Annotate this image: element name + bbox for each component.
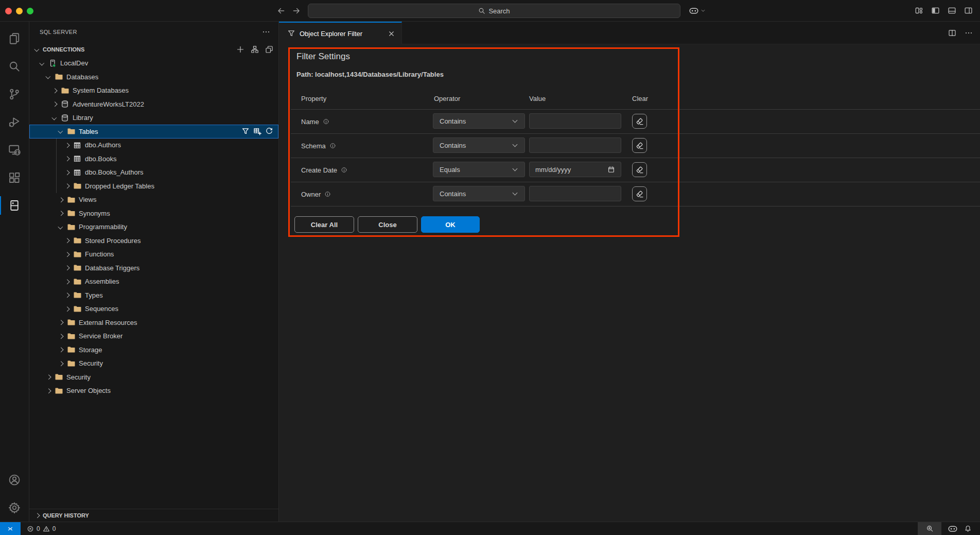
tree-item-dbo-authors[interactable]: dbo.Authors	[29, 138, 278, 152]
chevron-icon[interactable]	[63, 291, 71, 299]
problems-status[interactable]: 0 0	[27, 525, 56, 532]
activity-run-debug-icon[interactable]	[0, 108, 29, 136]
tree-item-programmability[interactable]: Programmability	[29, 220, 278, 234]
create-date-operator-dropdown[interactable]: Equals	[433, 162, 525, 177]
chevron-right-icon[interactable]	[33, 511, 41, 520]
activity-account-icon[interactable]	[0, 466, 29, 494]
chevron-icon[interactable]	[57, 127, 65, 135]
refresh-icon[interactable]	[265, 127, 273, 135]
tree-item-synonyms[interactable]: Synonyms	[29, 206, 278, 220]
chevron-icon[interactable]	[63, 264, 71, 272]
tree-item-types[interactable]: Types	[29, 288, 278, 302]
chevron-icon[interactable]	[63, 305, 71, 313]
tree-item-functions[interactable]: Functions	[29, 247, 278, 261]
add-connection-icon[interactable]	[236, 45, 244, 54]
filter-icon[interactable]	[241, 127, 250, 135]
zoom-in-button[interactable]	[918, 522, 941, 535]
customize-layout-icon[interactable]	[915, 6, 923, 15]
toggle-panel-icon[interactable]	[948, 6, 956, 15]
tree-item-library[interactable]: Library	[29, 111, 278, 125]
chevron-icon[interactable]	[63, 168, 71, 177]
tree-item-dbo-books[interactable]: dbo.Books	[29, 152, 278, 166]
chevron-icon[interactable]	[57, 346, 65, 354]
bell-icon[interactable]	[964, 525, 972, 532]
chevron-icon[interactable]	[63, 250, 71, 258]
create-date-value-input[interactable]: mm/dd/yyyy	[529, 162, 621, 177]
copilot-status-icon[interactable]	[948, 524, 958, 534]
activity-extensions-icon[interactable]	[0, 164, 29, 192]
chevron-icon[interactable]	[57, 318, 65, 326]
ok-button[interactable]: OK	[421, 216, 480, 233]
tree-item-external-resources[interactable]: External Resources	[29, 316, 278, 330]
chevron-icon[interactable]	[57, 332, 65, 340]
chevron-icon[interactable]	[57, 223, 65, 231]
chevron-icon[interactable]	[57, 209, 65, 217]
toggle-secondary-sidebar-icon[interactable]	[964, 6, 973, 15]
clear-create-date-button[interactable]	[632, 162, 647, 177]
tree-item-stored-procedures[interactable]: Stored Procedures	[29, 234, 278, 248]
server-group-icon[interactable]	[251, 45, 259, 54]
connections-section-header[interactable]: CONNECTIONS	[29, 42, 278, 56]
toggle-primary-sidebar-icon[interactable]	[931, 6, 940, 15]
maximize-window-button[interactable]	[27, 8, 33, 14]
clear-name-button[interactable]	[632, 114, 647, 129]
clear-schema-button[interactable]	[632, 138, 647, 153]
activity-source-control-icon[interactable]	[0, 80, 29, 108]
tree-item-storage[interactable]: Storage	[29, 343, 278, 357]
tree-item-service-broker[interactable]: Service Broker	[29, 329, 278, 343]
close-window-button[interactable]	[5, 8, 12, 14]
more-actions-icon[interactable]	[965, 29, 973, 37]
chevron-icon[interactable]	[63, 278, 71, 286]
chevron-icon[interactable]	[44, 373, 52, 381]
tree-item-security[interactable]: Security	[29, 356, 278, 370]
schema-value-input[interactable]	[529, 137, 621, 153]
ellipsis-icon[interactable]	[262, 28, 270, 36]
tree-item-security[interactable]: Security	[29, 370, 278, 384]
duplicate-icon[interactable]	[265, 45, 273, 54]
forward-icon[interactable]	[292, 6, 301, 15]
activity-settings-gear-icon[interactable]	[0, 494, 29, 522]
chevron-icon[interactable]	[57, 359, 65, 368]
chevron-icon[interactable]	[57, 196, 65, 204]
tree-item-server-objects[interactable]: Server Objects	[29, 384, 278, 398]
activity-files-icon[interactable]	[0, 25, 29, 53]
tree-item-dbo-books-authors[interactable]: dbo.Books_Authors	[29, 165, 278, 179]
chevron-icon[interactable]	[50, 100, 59, 108]
chevron-icon[interactable]	[44, 387, 52, 395]
search-input[interactable]: Search	[308, 4, 680, 18]
remote-indicator[interactable]	[0, 522, 21, 535]
tree-item-views[interactable]: Views	[29, 193, 278, 206]
tree-item-adventureworkslt2022[interactable]: AdventureWorksLT2022	[29, 97, 278, 111]
chevron-down-icon[interactable]	[33, 45, 41, 54]
query-history-section-header[interactable]: QUERY HISTORY	[29, 509, 278, 522]
chevron-icon[interactable]	[50, 114, 59, 122]
close-button[interactable]: Close	[358, 216, 417, 233]
tree-item-system-databases[interactable]: System Databases	[29, 83, 278, 97]
copilot-menu[interactable]	[689, 6, 706, 16]
close-icon[interactable]	[388, 30, 395, 38]
activity-sql-server-icon[interactable]	[0, 192, 29, 219]
chevron-icon[interactable]	[63, 141, 71, 149]
chevron-icon[interactable]	[63, 236, 71, 245]
tree-item-database-triggers[interactable]: Database Triggers	[29, 261, 278, 275]
calendar-icon[interactable]	[607, 166, 615, 174]
chevron-icon[interactable]	[44, 73, 52, 81]
tree-item-sequences[interactable]: Sequences	[29, 302, 278, 316]
owner-operator-dropdown[interactable]: Contains	[433, 186, 525, 201]
chevron-icon[interactable]	[63, 154, 71, 163]
tree-item-tables[interactable]: Tables	[29, 125, 278, 139]
tree-item-assemblies[interactable]: Assemblies	[29, 274, 278, 288]
name-operator-dropdown[interactable]: Contains	[433, 113, 525, 129]
clear-all-button[interactable]: Clear All	[294, 216, 354, 233]
chevron-icon[interactable]	[50, 87, 59, 95]
clear-owner-button[interactable]	[632, 186, 647, 201]
tree-item-dropped-ledger-tables[interactable]: Dropped Ledger Tables	[29, 179, 278, 193]
split-editor-icon[interactable]	[948, 29, 956, 37]
tab-object-explorer-filter[interactable]: Object Explorer Filter	[279, 22, 402, 44]
new-table-icon[interactable]	[253, 127, 261, 135]
chevron-icon[interactable]	[63, 182, 71, 190]
activity-remote-explorer-icon[interactable]	[0, 136, 29, 164]
tree-item-localdev[interactable]: LocalDev	[29, 56, 278, 70]
back-icon[interactable]	[276, 6, 286, 15]
chevron-icon[interactable]	[38, 59, 46, 67]
